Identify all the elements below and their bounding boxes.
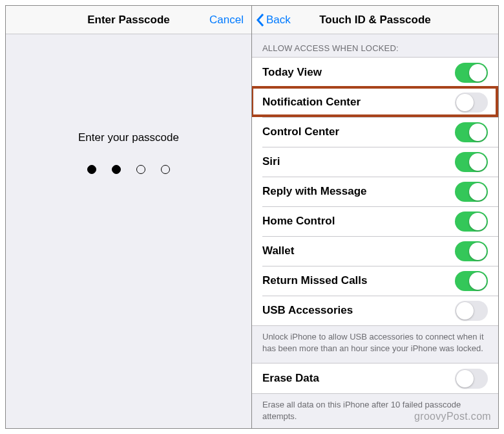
passcode-dot (161, 165, 170, 174)
option-row[interactable]: Notification Center (252, 87, 498, 117)
option-label: Siri (262, 155, 280, 168)
erase-data-list: Erase Data (252, 363, 498, 394)
option-row[interactable]: Control Center (252, 117, 498, 147)
option-label: Return Missed Calls (262, 274, 368, 287)
passcode-dot (112, 165, 121, 174)
option-row[interactable]: Today View (252, 58, 498, 87)
option-label: Wallet (262, 244, 294, 257)
option-label: Control Center (262, 125, 339, 138)
touchid-passcode-screen: Back Touch ID & Passcode ALLOW ACCESS WH… (252, 6, 498, 428)
cancel-button[interactable]: Cancel (209, 6, 244, 34)
option-row[interactable]: Home Control (252, 206, 498, 236)
option-row[interactable]: Siri (252, 147, 498, 177)
option-row[interactable]: USB Accessories (252, 296, 498, 325)
erase-data-label: Erase Data (262, 372, 319, 385)
option-toggle[interactable] (455, 301, 488, 321)
allow-access-list: Today ViewNotification CenterControl Cen… (252, 57, 498, 326)
erase-data-toggle[interactable] (455, 369, 488, 389)
option-label: Today View (262, 66, 322, 79)
nav-title-passcode: Enter Passcode (87, 14, 170, 27)
option-toggle[interactable] (455, 122, 488, 142)
nav-bar-right: Back Touch ID & Passcode (252, 6, 498, 34)
option-label: Home Control (262, 215, 335, 228)
passcode-body: Enter your passcode (6, 34, 251, 428)
watermark: groovyPost.com (414, 411, 491, 422)
section-header-allow-access: ALLOW ACCESS WHEN LOCKED: (252, 34, 498, 57)
option-label: Notification Center (262, 96, 361, 109)
option-toggle[interactable] (455, 271, 488, 291)
passcode-entry-screen: Enter Passcode Cancel Enter your passcod… (6, 6, 252, 428)
passcode-dots (87, 165, 170, 174)
back-label: Back (266, 14, 291, 27)
option-row[interactable]: Wallet (252, 236, 498, 266)
option-toggle[interactable] (455, 212, 488, 232)
passcode-prompt: Enter your passcode (78, 131, 179, 144)
option-row[interactable]: Reply with Message (252, 177, 498, 206)
option-toggle[interactable] (455, 182, 488, 202)
passcode-dot (136, 165, 145, 174)
erase-data-row[interactable]: Erase Data (252, 363, 498, 393)
option-toggle[interactable] (455, 152, 488, 172)
nav-title-touchid: Touch ID & Passcode (319, 14, 431, 27)
option-toggle[interactable] (455, 63, 488, 83)
option-label: Reply with Message (262, 185, 367, 198)
chevron-left-icon (256, 13, 265, 27)
option-row[interactable]: Return Missed Calls (252, 266, 498, 296)
option-label: USB Accessories (262, 304, 353, 317)
option-toggle[interactable] (455, 241, 488, 261)
back-button[interactable]: Back (256, 6, 291, 34)
nav-bar-left: Enter Passcode Cancel (6, 6, 251, 34)
usb-footer-text: Unlock iPhone to allow USB accessories t… (252, 326, 498, 363)
option-toggle[interactable] (455, 92, 488, 113)
passcode-dot (87, 165, 96, 174)
